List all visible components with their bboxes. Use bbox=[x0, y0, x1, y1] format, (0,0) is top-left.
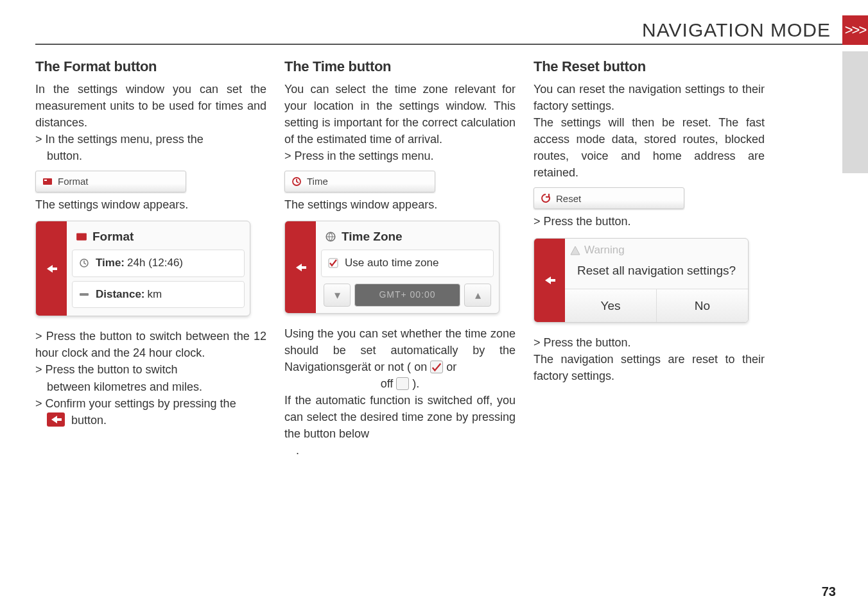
time-button-label: Time bbox=[307, 174, 328, 189]
column-time: The Time button You can select the time … bbox=[284, 56, 516, 459]
svg-rect-6 bbox=[56, 418, 62, 421]
format-heading: The Format button bbox=[35, 56, 266, 77]
dialog-message: Reset all navigation settings? bbox=[565, 259, 748, 289]
format-icon bbox=[76, 231, 87, 242]
reset-dialog: Warning Reset all navigation settings? Y… bbox=[534, 238, 749, 323]
time-manual-explain: If the automatic function is switched of… bbox=[284, 392, 516, 442]
checkbox-checked-icon bbox=[328, 258, 338, 268]
reset-icon bbox=[541, 193, 551, 203]
dialog-yes-button[interactable]: Yes bbox=[565, 289, 657, 323]
column-format: The Format button In the settings window… bbox=[35, 56, 266, 459]
timezone-down-button[interactable]: ▾ bbox=[324, 284, 351, 307]
back-bar[interactable] bbox=[534, 239, 565, 323]
reset-step-confirm: > Press the button. bbox=[534, 334, 765, 351]
back-icon bbox=[47, 412, 65, 427]
reset-step-press: > Press the button. bbox=[534, 213, 765, 230]
side-tab bbox=[842, 51, 868, 173]
reset-intro: You can reset the navigation settings to… bbox=[534, 81, 765, 114]
reset-retained: The settings will then be reset. The fas… bbox=[534, 114, 765, 181]
dialog-no-button[interactable]: No bbox=[657, 289, 748, 323]
back-bar[interactable] bbox=[36, 221, 67, 316]
timezone-panel-title: Time Zone bbox=[321, 225, 494, 250]
back-bar[interactable] bbox=[285, 221, 316, 312]
timezone-value: GMT+ 00:00 bbox=[354, 284, 460, 307]
format-step-confirm-b: button. bbox=[35, 412, 266, 429]
clock-icon bbox=[291, 176, 302, 187]
svg-rect-5 bbox=[80, 293, 89, 296]
format-step-distance: > Press the button to switch bbox=[35, 361, 266, 378]
format-intro: In the settings window you can set the m… bbox=[35, 81, 266, 131]
clock-icon bbox=[79, 258, 89, 268]
format-button-label: Format bbox=[58, 174, 89, 189]
header-chevrons: >>> bbox=[842, 15, 868, 45]
timezone-stepper: ▾ GMT+ 00:00 ▴ bbox=[321, 284, 494, 309]
reset-button-strip[interactable]: Reset bbox=[534, 187, 684, 209]
format-icon bbox=[42, 176, 53, 187]
format-step-open-b: button. bbox=[35, 148, 266, 164]
time-auto-explain: Using the you can set whether the time z… bbox=[284, 325, 516, 375]
page-header: NAVIGATION MODE >>> bbox=[35, 19, 842, 45]
format-panel: Format Time: 24h (12:46) Distance: bbox=[35, 221, 250, 316]
checkbox-checked-icon bbox=[430, 361, 443, 373]
time-button-strip[interactable]: Time bbox=[284, 171, 435, 192]
header-title: NAVIGATION MODE bbox=[642, 19, 831, 41]
format-step-confirm: > Confirm your settings by pressing the bbox=[35, 395, 266, 412]
format-step-distance-b: between kilometres and miles. bbox=[35, 378, 266, 395]
format-button-strip[interactable]: Format bbox=[35, 171, 186, 192]
svg-rect-3 bbox=[76, 234, 87, 241]
time-off-line: off ). bbox=[284, 375, 516, 392]
checkbox-unchecked-icon bbox=[396, 377, 409, 390]
svg-rect-11 bbox=[550, 279, 555, 282]
timezone-panel: Time Zone Use auto time zone ▾ GMT+ 00:0… bbox=[284, 221, 499, 313]
svg-rect-1 bbox=[44, 180, 47, 181]
globe-clock-icon bbox=[325, 231, 336, 242]
dialog-warning-header: Warning bbox=[565, 239, 748, 260]
auto-timezone-row[interactable]: Use auto time zone bbox=[321, 250, 494, 277]
svg-rect-2 bbox=[51, 268, 57, 270]
format-row-distance[interactable]: Distance: km bbox=[72, 281, 245, 309]
svg-rect-0 bbox=[43, 178, 52, 185]
time-step-press: > Press in the settings menu. bbox=[284, 148, 516, 164]
format-step-time: > Press the button to switch between the… bbox=[35, 328, 266, 361]
column-reset: The Reset button You can reset the navig… bbox=[534, 56, 765, 459]
timezone-up-button[interactable]: ▴ bbox=[464, 284, 491, 307]
format-row-time[interactable]: Time: 24h (12:46) bbox=[72, 250, 245, 277]
time-manual-explain-b: . bbox=[284, 442, 516, 459]
time-window-appears: The settings window appears. bbox=[284, 196, 516, 213]
warning-icon bbox=[570, 245, 580, 255]
svg-rect-8 bbox=[300, 266, 306, 269]
page-number: 73 bbox=[822, 584, 836, 599]
ruler-icon bbox=[79, 289, 89, 300]
time-intro: You can select the time zone relevant fo… bbox=[284, 81, 516, 148]
reset-result: The navigation settings are reset to the… bbox=[534, 351, 765, 384]
format-panel-title: Format bbox=[72, 225, 245, 250]
format-window-appears: The settings window appears. bbox=[35, 196, 266, 213]
reset-heading: The Reset button bbox=[534, 56, 765, 77]
format-step-open: > In the settings menu, press the bbox=[35, 131, 266, 148]
time-heading: The Time button bbox=[284, 56, 516, 77]
reset-button-label: Reset bbox=[556, 192, 581, 206]
